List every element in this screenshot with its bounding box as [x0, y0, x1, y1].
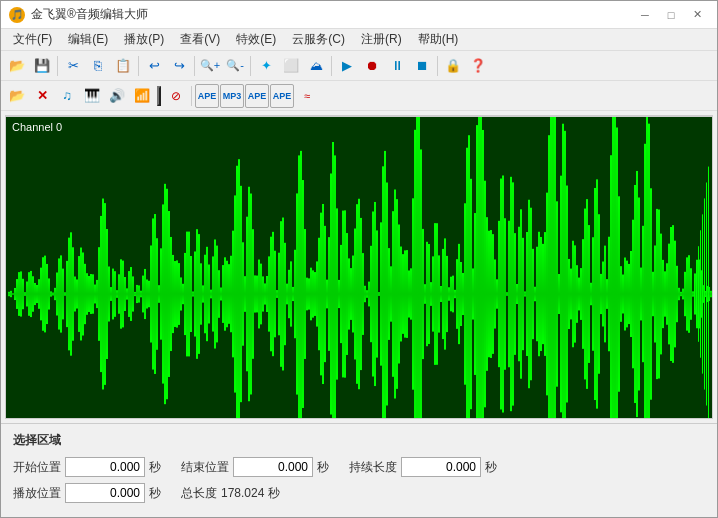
- playpos-label: 播放位置: [13, 485, 61, 502]
- tb2-btn7[interactable]: ⊘: [164, 84, 188, 108]
- mountain-button[interactable]: ⛰: [304, 54, 328, 78]
- tb2-btn3[interactable]: ♫: [55, 84, 79, 108]
- menu-cloud[interactable]: 云服务(C): [284, 29, 353, 51]
- tb2-btn5[interactable]: 🔊: [105, 84, 129, 108]
- close-button[interactable]: ✕: [685, 5, 709, 25]
- open-button[interactable]: 📂: [5, 54, 29, 78]
- toolbar-sep-3: [194, 56, 195, 76]
- menu-bar: 文件(F) 编辑(E) 播放(P) 查看(V) 特效(E) 云服务(C) 注册(…: [1, 29, 717, 51]
- playpos-unit: 秒: [149, 485, 161, 502]
- tb2-ape3[interactable]: APE: [270, 84, 294, 108]
- menu-effects[interactable]: 特效(E): [228, 29, 284, 51]
- tb2-wave[interactable]: ≈: [295, 84, 319, 108]
- undo-button[interactable]: ↩: [142, 54, 166, 78]
- toolbar2-sep-2: [191, 86, 192, 106]
- start-unit: 秒: [149, 459, 161, 476]
- total-length-group: 总长度 178.024 秒: [181, 485, 280, 502]
- fields-row-2: 播放位置 秒 总长度 178.024 秒: [13, 483, 705, 503]
- tb2-btn6[interactable]: 📶: [130, 84, 154, 108]
- window-title: 金飞翼®音频编辑大师: [31, 6, 633, 23]
- toolbar-sep-6: [437, 56, 438, 76]
- tb2-ape2[interactable]: APE: [245, 84, 269, 108]
- start-position-group: 开始位置 秒: [13, 457, 161, 477]
- help-button[interactable]: ❓: [466, 54, 490, 78]
- menu-play[interactable]: 播放(P): [116, 29, 172, 51]
- toolbar-sep-2: [138, 56, 139, 76]
- start-input[interactable]: [65, 457, 145, 477]
- total-value: 178.024: [221, 486, 264, 500]
- duration-label: 持续长度: [349, 459, 397, 476]
- channel-container: Channel 0 Channel 1: [6, 117, 712, 419]
- menu-file[interactable]: 文件(F): [5, 29, 60, 51]
- toolbar-row-2: 📂 ✕ ♫ 🎹 🔊 📶 ⊘ APE MP3 APE APE ≈: [1, 81, 717, 111]
- zoom-in-button[interactable]: 🔍+: [198, 54, 222, 78]
- delete-button[interactable]: ⬜: [279, 54, 303, 78]
- redo-button[interactable]: ↪: [167, 54, 191, 78]
- tb2-btn2[interactable]: ✕: [30, 84, 54, 108]
- tb2-mp3[interactable]: MP3: [220, 84, 244, 108]
- playpos-input[interactable]: [65, 483, 145, 503]
- menu-register[interactable]: 注册(R): [353, 29, 410, 51]
- zoom-out-button[interactable]: 🔍-: [223, 54, 247, 78]
- end-input[interactable]: [233, 457, 313, 477]
- total-unit: 秒: [268, 485, 280, 502]
- tb2-btn4[interactable]: 🎹: [80, 84, 104, 108]
- duration-input[interactable]: [401, 457, 481, 477]
- channel-0: Channel 0: [6, 117, 712, 419]
- tb2-btn1[interactable]: 📂: [5, 84, 29, 108]
- play-button[interactable]: ▶: [335, 54, 359, 78]
- toolbar-sep-1: [57, 56, 58, 76]
- start-label: 开始位置: [13, 459, 61, 476]
- main-window: 🎵 金飞翼®音频编辑大师 ─ □ ✕ 文件(F) 编辑(E) 播放(P) 查看(…: [0, 0, 718, 518]
- record-button[interactable]: ⏺: [360, 54, 384, 78]
- waveform-area: Channel 0 Channel 1: [5, 115, 713, 419]
- total-label: 总长度: [181, 485, 217, 502]
- menu-view[interactable]: 查看(V): [172, 29, 228, 51]
- end-position-group: 结束位置 秒: [181, 457, 329, 477]
- end-unit: 秒: [317, 459, 329, 476]
- end-label: 结束位置: [181, 459, 229, 476]
- stop-button[interactable]: ⏹: [410, 54, 434, 78]
- toolbar2-sep-1: [157, 86, 161, 106]
- section-title: 选择区域: [13, 432, 705, 449]
- paste-button[interactable]: 📋: [111, 54, 135, 78]
- fields-row-1: 开始位置 秒 结束位置 秒 持续长度 秒: [13, 457, 705, 477]
- window-controls: ─ □ ✕: [633, 5, 709, 25]
- toolbar-sep-5: [331, 56, 332, 76]
- copy-button[interactable]: ⎘: [86, 54, 110, 78]
- toolbar-sep-4: [250, 56, 251, 76]
- duration-group: 持续长度 秒: [349, 457, 497, 477]
- toolbar-row-1: 📂 💾 ✂ ⎘ 📋 ↩ ↪ 🔍+ 🔍- ✦ ⬜ ⛰ ▶ ⏺ ⏸ ⏹ 🔒 ❓: [1, 51, 717, 81]
- channel-0-canvas: [6, 117, 712, 419]
- maximize-button[interactable]: □: [659, 5, 683, 25]
- cut-button[interactable]: ✂: [61, 54, 85, 78]
- save-button[interactable]: 💾: [30, 54, 54, 78]
- channel-0-label: Channel 0: [12, 121, 62, 133]
- duration-unit: 秒: [485, 459, 497, 476]
- pause-button[interactable]: ⏸: [385, 54, 409, 78]
- playpos-group: 播放位置 秒: [13, 483, 161, 503]
- menu-help[interactable]: 帮助(H): [410, 29, 467, 51]
- minimize-button[interactable]: ─: [633, 5, 657, 25]
- title-bar: 🎵 金飞翼®音频编辑大师 ─ □ ✕: [1, 1, 717, 29]
- sparkle-button[interactable]: ✦: [254, 54, 278, 78]
- tb2-ape[interactable]: APE: [195, 84, 219, 108]
- bottom-panel: 选择区域 开始位置 秒 结束位置 秒 持续长度 秒 播放位置 秒: [1, 423, 717, 517]
- menu-edit[interactable]: 编辑(E): [60, 29, 116, 51]
- lock-button[interactable]: 🔒: [441, 54, 465, 78]
- app-icon: 🎵: [9, 7, 25, 23]
